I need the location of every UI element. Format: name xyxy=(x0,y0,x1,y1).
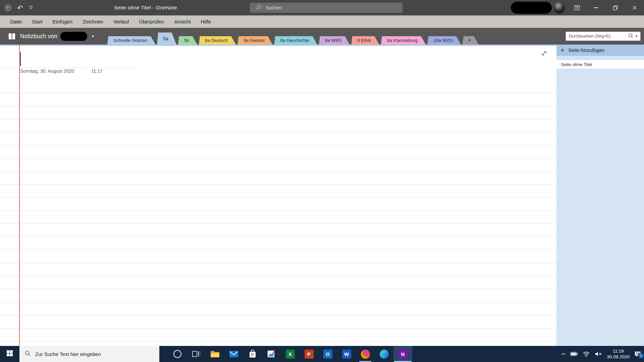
quick-access-toolbar: ↶ xyxy=(5,0,33,15)
menu-einfuegen[interactable]: Einfügen xyxy=(48,15,77,28)
onenote-window: ↶ Seite ohne Titel - OneNote Suchen xyxy=(0,0,644,362)
menu-verlauf[interactable]: Verlauf xyxy=(108,15,134,28)
search-icon xyxy=(256,5,261,11)
tab-5b[interactable]: 5b xyxy=(178,36,197,45)
microsoft-store-icon[interactable] xyxy=(243,346,262,362)
tab-9-ethik[interactable]: 9 Ethik xyxy=(351,36,379,45)
tab-8a-geschichte[interactable]: 8a Geschichte xyxy=(274,36,317,45)
tab-8a-wbs[interactable]: 8a WBS xyxy=(319,36,350,45)
clock[interactable]: 11:19 30.08.2020 xyxy=(607,348,630,360)
page-date: Sonntag, 30. August 2020 xyxy=(20,68,74,74)
volume-muted-icon[interactable] xyxy=(595,351,602,357)
search-icon xyxy=(25,351,31,357)
mail-icon[interactable] xyxy=(224,346,243,362)
tray-chevron-up-icon[interactable] xyxy=(561,353,566,355)
search-icon xyxy=(628,33,633,39)
menu-start[interactable]: Start xyxy=(27,15,48,28)
margin-line xyxy=(19,45,20,346)
menu-zeichnen[interactable]: Zeichnen xyxy=(77,15,108,28)
close-button[interactable] xyxy=(625,0,644,15)
notebook-bar: Notizbuch von ▼ Schnelle Notizen 5a 5b 8… xyxy=(0,28,644,45)
page-title-underline xyxy=(0,67,136,68)
page-time: 11:17 xyxy=(91,68,103,74)
undo-icon[interactable]: ↶ xyxy=(17,4,23,11)
system-tray: 11:19 30.08.2020 1 xyxy=(561,346,641,362)
notebook-title: Notizbuch von xyxy=(20,33,57,40)
wifi-icon[interactable] xyxy=(583,351,590,357)
minimize-button[interactable] xyxy=(587,0,606,15)
plus-icon: + xyxy=(560,47,565,54)
tab-8a-deutsch[interactable]: 8a Deutsch xyxy=(199,36,236,45)
page-search-input[interactable]: Durchsuchen (Strg+E) ▼ xyxy=(566,32,641,41)
add-page-label: Seite hinzufügen xyxy=(568,48,604,53)
titlebar-right-controls xyxy=(511,0,644,15)
redacted-account-name xyxy=(511,2,552,14)
customize-toolbar-icon[interactable] xyxy=(29,6,33,10)
page-canvas[interactable]: Sonntag, 30. August 2020 11:17 xyxy=(0,45,556,346)
notification-badge: 1 xyxy=(638,353,644,359)
back-icon[interactable] xyxy=(5,4,11,11)
windows-logo-icon xyxy=(7,350,13,358)
content-area: Sonntag, 30. August 2020 11:17 + Seite h… xyxy=(0,45,644,346)
cortana-icon[interactable] xyxy=(168,346,187,362)
titlebar-search-placeholder: Suchen xyxy=(266,5,282,10)
start-button[interactable] xyxy=(0,346,19,362)
menu-ansicht[interactable]: Ansicht xyxy=(169,15,196,28)
restore-button[interactable] xyxy=(606,0,625,15)
redacted-notebook-name xyxy=(60,32,87,41)
add-section-button[interactable]: + xyxy=(463,36,479,45)
windows-taskbar: Zur Suche Text hier eingeben X P O W xyxy=(0,346,644,362)
onenote-taskbar-icon[interactable]: N xyxy=(393,346,412,362)
word-icon[interactable]: W xyxy=(337,346,356,362)
menu-hilfe[interactable]: Hilfe xyxy=(196,15,216,28)
tray-time: 11:19 xyxy=(607,348,630,354)
ribbon-menu-bar: Datei Start Einfügen Zeichnen Verlauf Üb… xyxy=(0,15,644,28)
chevron-down-icon: ▼ xyxy=(91,35,95,38)
taskbar-search-input[interactable]: Zur Suche Text hier eingeben xyxy=(19,346,159,362)
section-color-strip xyxy=(0,45,556,46)
page-list-item[interactable]: Seite ohne Titel xyxy=(556,60,644,69)
file-explorer-icon[interactable] xyxy=(206,346,224,362)
account-avatar[interactable] xyxy=(553,2,565,13)
page-search-placeholder: Durchsuchen (Strg+E) xyxy=(569,34,628,39)
ruled-lines xyxy=(0,93,556,346)
tab-10a-wzg[interactable]: 10a WZG xyxy=(427,36,461,45)
search-scope-caret-icon[interactable]: ▼ xyxy=(635,35,638,38)
tab-8a-gemkd[interactable]: 8a Gemkd xyxy=(237,36,272,45)
task-view-icon[interactable] xyxy=(187,346,206,362)
tab-8a-klassleitung[interactable]: 8a Klassleitung xyxy=(381,36,426,45)
titlebar-search[interactable]: Suchen xyxy=(250,3,402,13)
excel-icon[interactable]: X xyxy=(281,346,300,362)
window-title: Seite ohne Titel - OneNote xyxy=(114,0,177,15)
firefox-icon[interactable] xyxy=(356,346,375,362)
action-center-icon[interactable]: 1 xyxy=(634,351,641,357)
text-cursor xyxy=(20,52,21,66)
fullscreen-expand-icon[interactable] xyxy=(539,49,549,58)
tab-schnelle-notizen[interactable]: Schnelle Notizen xyxy=(107,36,155,45)
title-bar: ↶ Seite ohne Titel - OneNote Suchen xyxy=(0,0,644,15)
battery-icon[interactable] xyxy=(570,352,578,356)
menu-datei[interactable]: Datei xyxy=(5,15,27,28)
edge-icon[interactable] xyxy=(375,346,393,362)
menu-ueberpruefen[interactable]: Überprüfen xyxy=(134,15,169,28)
section-tabs: Schnelle Notizen 5a 5b 8a Deutsch 8a Gem… xyxy=(107,33,480,45)
taskbar-search-placeholder: Zur Suche Text hier eingeben xyxy=(35,351,101,357)
notebook-selector[interactable]: Notizbuch von ▼ xyxy=(0,28,95,45)
tray-date: 30.08.2020 xyxy=(607,354,630,360)
outlook-icon[interactable]: O xyxy=(318,346,337,362)
ribbon-display-options-button[interactable] xyxy=(568,0,587,15)
tab-5a[interactable]: 5a xyxy=(157,33,176,45)
taskbar-apps: X P O W N xyxy=(168,346,412,362)
powerpoint-icon[interactable]: P xyxy=(300,346,318,362)
notebook-icon xyxy=(7,33,16,40)
add-page-button[interactable]: + Seite hinzufügen xyxy=(556,45,644,56)
paint-icon[interactable] xyxy=(262,346,281,362)
page-list-sidebar: + Seite hinzufügen Seite ohne Titel xyxy=(556,45,644,346)
